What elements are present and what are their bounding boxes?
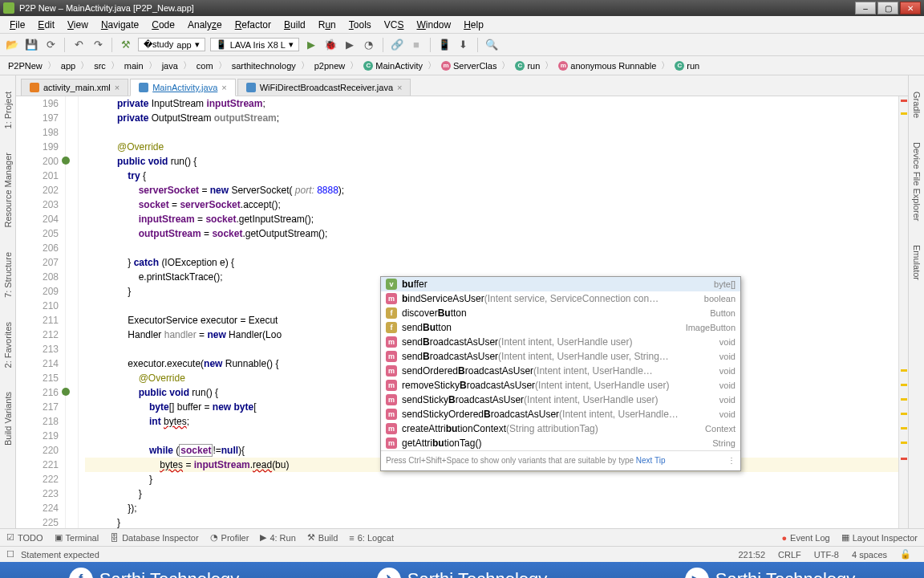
menu-vcs[interactable]: VCS: [379, 18, 409, 32]
run-config-selector[interactable]: �study app ▾: [138, 38, 205, 51]
profiler-tool[interactable]: ◔ Profiler: [210, 532, 249, 543]
breadcrumb-item[interactable]: mServerClas: [438, 59, 500, 72]
editor-tab[interactable]: MainActivity.java×: [130, 79, 236, 96]
event-log-tool[interactable]: ● Event Log: [781, 533, 829, 543]
menu-file[interactable]: FFileile: [5, 18, 30, 32]
undo-icon[interactable]: ↶: [71, 38, 86, 52]
completion-item[interactable]: msendBroadcastAsUser(Intent intent, User…: [381, 335, 740, 349]
file-encoding[interactable]: UTF-8: [808, 550, 845, 560]
menu-analyze[interactable]: Analyze: [183, 18, 227, 32]
completion-item[interactable]: fsendButtonImageButton: [381, 320, 740, 335]
breadcrumb-item[interactable]: manonymous Runnable: [555, 59, 659, 72]
line-separator[interactable]: CRLF: [772, 550, 808, 560]
close-button[interactable]: ✕: [900, 2, 921, 14]
completion-item[interactable]: msendStickyOrderedBroadcastAsUser(Intent…: [381, 407, 740, 421]
debug-icon[interactable]: 🐞: [323, 38, 338, 52]
stop-icon[interactable]: ■: [409, 38, 424, 52]
save-icon[interactable]: 💾: [24, 38, 38, 52]
menu-edit[interactable]: Edit: [33, 18, 59, 32]
app-icon: [3, 2, 14, 14]
tool-window-button[interactable]: 7: Structure: [3, 252, 13, 298]
close-tab-icon[interactable]: ×: [115, 83, 120, 92]
menu-view[interactable]: View: [63, 18, 93, 32]
bottom-tool-strip: ☑ TODO ▣ Terminal 🗄 Database Inspector ◔…: [0, 528, 924, 546]
completion-item[interactable]: mbindServiceAsUser(Intent service, Servi…: [381, 291, 740, 306]
statusbar: ☐ Statement expected 221:52 CRLF UTF-8 4…: [0, 546, 924, 562]
sync-icon[interactable]: ⟳: [43, 38, 58, 52]
menu-help[interactable]: Help: [459, 18, 488, 32]
todo-tool[interactable]: ☑ TODO: [6, 532, 43, 543]
tool-window-button[interactable]: 2: Favorites: [3, 322, 13, 368]
maximize-button[interactable]: ▢: [877, 2, 898, 14]
breadcrumb-item[interactable]: P2PNew: [5, 59, 46, 72]
completion-item[interactable]: mremoveStickyBroadcastAsUser(Intent inte…: [381, 378, 740, 393]
redo-icon[interactable]: ↷: [91, 38, 105, 52]
completion-item[interactable]: vbufferbyte[]: [381, 277, 740, 291]
breadcrumb-item[interactable]: Crun: [512, 59, 543, 72]
menu-navigate[interactable]: Navigate: [96, 18, 144, 32]
completion-item[interactable]: mgetAttributionTag()String: [381, 436, 740, 450]
left-tool-strip: 1: ProjectResource Manager7: Structure2:…: [0, 75, 16, 528]
menu-run[interactable]: Run: [314, 18, 341, 32]
breadcrumb-item[interactable]: app: [58, 59, 79, 72]
menubar: FFileile Edit View Navigate Code Analyze…: [0, 16, 924, 34]
popup-menu-icon[interactable]: ⋮: [727, 454, 736, 468]
completion-item[interactable]: msendStickyBroadcastAsUser(Intent intent…: [381, 393, 740, 407]
hammer-icon[interactable]: ⚒: [119, 38, 133, 52]
completion-item[interactable]: fdiscoverButtonButton: [381, 306, 740, 320]
open-icon[interactable]: 📂: [5, 38, 19, 52]
run-icon[interactable]: ▶: [304, 38, 318, 52]
tool-window-button[interactable]: Device File Explorer: [912, 142, 922, 221]
menu-window[interactable]: Window: [411, 18, 456, 32]
error-stripe[interactable]: [898, 96, 908, 528]
facebook-icon: f: [69, 568, 93, 578]
breadcrumb-item[interactable]: com: [193, 59, 217, 72]
device-selector[interactable]: 📱 LAVA Iris X8 L ▾: [210, 38, 299, 51]
logcat-tool[interactable]: ≡ 6: Logcat: [349, 533, 394, 543]
tool-window-button[interactable]: 1: Project: [3, 92, 13, 128]
coverage-icon[interactable]: ▶: [342, 38, 357, 52]
breadcrumb-item[interactable]: p2pnew: [311, 59, 349, 72]
search-icon[interactable]: 🔍: [484, 38, 499, 52]
menu-refactor[interactable]: Refactor: [230, 18, 276, 32]
caret-position[interactable]: 221:52: [732, 550, 772, 560]
read-lock-icon[interactable]: 🔓: [894, 549, 918, 560]
breadcrumb-item[interactable]: CMainActivity: [360, 59, 426, 72]
db-inspector-tool[interactable]: 🗄 Database Inspector: [110, 533, 198, 543]
minimize-button[interactable]: –: [855, 2, 876, 14]
status-icon: ☐: [6, 549, 14, 560]
sdk-icon[interactable]: ⬇: [456, 38, 471, 52]
menu-build[interactable]: Build: [279, 18, 310, 32]
profile-icon[interactable]: ◔: [362, 38, 376, 52]
editor-tab[interactable]: WiFiDirectBroadcastReceiver.java×: [237, 79, 411, 96]
layout-inspector-tool[interactable]: ▦ Layout Inspector: [841, 532, 918, 543]
avd-icon[interactable]: 📱: [437, 38, 452, 52]
next-tip-link[interactable]: Next Tip: [636, 456, 666, 465]
breadcrumb-item[interactable]: Crun: [671, 59, 703, 72]
code-editor[interactable]: 1961971981992002012022032042052062072082…: [16, 96, 908, 528]
tool-window-button[interactable]: Emulator: [912, 245, 922, 280]
completion-item[interactable]: msendOrderedBroadcastAsUser(Intent inten…: [381, 364, 740, 378]
tool-window-button[interactable]: Gradle: [912, 92, 922, 118]
attach-icon[interactable]: 🔗: [390, 38, 404, 52]
breadcrumb-item[interactable]: src: [91, 59, 109, 72]
close-tab-icon[interactable]: ×: [397, 83, 402, 92]
completion-item[interactable]: msendBroadcastAsUser(Intent intent, User…: [381, 349, 740, 364]
menu-code[interactable]: Code: [147, 18, 180, 32]
completion-item[interactable]: mcreateAttributionContext(String attribu…: [381, 421, 740, 436]
tool-window-button[interactable]: Build Variants: [3, 392, 13, 446]
build-tool[interactable]: ⚒ Build: [307, 532, 338, 543]
editor-tab[interactable]: activity_main.xml×: [21, 79, 128, 96]
status-message: Statement expected: [14, 550, 106, 560]
breadcrumb: P2PNew〉app〉src〉main〉java〉com〉sarthitechn…: [0, 56, 924, 75]
tool-window-button[interactable]: Resource Manager: [3, 153, 13, 228]
breadcrumb-item[interactable]: sarthitechnology: [229, 59, 299, 72]
run-tool[interactable]: ▶ 4: Run: [260, 532, 295, 543]
completion-popup[interactable]: vbufferbyte[]mbindServiceAsUser(Intent s…: [380, 276, 741, 471]
breadcrumb-item[interactable]: java: [159, 59, 181, 72]
terminal-tool[interactable]: ▣ Terminal: [55, 532, 99, 543]
menu-tools[interactable]: Tools: [344, 18, 376, 32]
breadcrumb-item[interactable]: main: [121, 59, 147, 72]
close-tab-icon[interactable]: ×: [221, 83, 226, 92]
indent-setting[interactable]: 4 spaces: [845, 550, 894, 560]
